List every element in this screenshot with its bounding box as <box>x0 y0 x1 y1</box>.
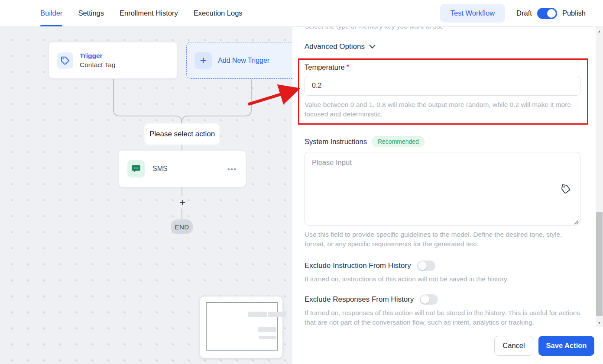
save-action-button[interactable]: Save Action <box>538 336 594 356</box>
exclude-responses-helper-text: If turned on, responses of this action w… <box>305 308 580 327</box>
publish-toggle[interactable] <box>537 8 557 19</box>
trigger-node-title: Trigger <box>80 52 115 60</box>
exclude-instruction-helper-text: If turned on, instructions of this actio… <box>305 274 580 284</box>
minimap-node <box>258 327 276 332</box>
test-workflow-button[interactable]: Test Workflow <box>440 4 505 23</box>
temperature-input[interactable] <box>305 76 580 96</box>
tab-enrollment-history[interactable]: Enrollment History <box>120 0 178 26</box>
trigger-node[interactable]: Trigger Contact Tag <box>49 42 178 79</box>
recommended-badge: Recommended <box>372 136 425 147</box>
panel-scroll-area[interactable]: Select the type of memory key you want t… <box>292 27 603 327</box>
clipped-help-text: Select the type of memory key you want t… <box>305 27 580 31</box>
exclude-responses-label: Exclude Responses From History <box>305 295 414 304</box>
toggle-knob <box>421 295 429 304</box>
add-new-trigger-label: Add New Trigger <box>218 57 269 64</box>
trigger-node-subtitle: Contact Tag <box>80 61 115 69</box>
temperature-helper-text: Value between 0 and 1, 0.8 will make the… <box>305 100 582 119</box>
select-action-label: Please select action <box>146 124 219 144</box>
add-new-trigger-button[interactable]: + Add New Trigger <box>186 42 292 79</box>
tab-builder[interactable]: Builder <box>40 0 62 26</box>
sms-node-label: SMS <box>152 165 168 173</box>
scrollbar-down-arrow[interactable]: ▼ <box>596 319 603 326</box>
annotation-highlight-box: Temperature* Value between 0 and 1, 0.8 … <box>298 58 588 125</box>
action-config-panel: Select the type of memory key you want t… <box>292 27 603 364</box>
toggle-knob <box>418 261 427 270</box>
system-instructions-textarea[interactable] <box>305 152 580 225</box>
tab-settings[interactable]: Settings <box>78 0 104 26</box>
insert-tag-icon[interactable] <box>561 184 571 196</box>
system-instructions-field <box>305 152 580 225</box>
system-instructions-label: System Instructions <box>305 138 367 146</box>
cancel-button[interactable]: Cancel <box>494 336 533 356</box>
canvas-minimap[interactable] <box>200 296 282 358</box>
scrollbar-thumb[interactable] <box>596 212 603 316</box>
publish-toggle-knob <box>547 9 556 18</box>
required-asterisk: * <box>347 64 349 71</box>
add-step-icon[interactable]: + <box>177 196 188 209</box>
minimap-node <box>259 336 276 339</box>
tag-icon <box>57 52 73 69</box>
system-instructions-helper-text: Use this field to provide specific guide… <box>305 230 580 249</box>
nav-tabs: Builder Settings Enrollment History Exec… <box>0 0 243 26</box>
exclude-responses-toggle[interactable] <box>420 294 438 305</box>
panel-footer: Cancel Save Action <box>292 327 603 364</box>
exclude-instruction-toggle[interactable] <box>417 261 435 271</box>
temperature-label: Temperature <box>305 63 345 71</box>
advanced-options-toggle[interactable]: Advanced Options <box>305 42 580 51</box>
draft-label: Draft <box>516 9 532 17</box>
chevron-down-icon <box>369 45 376 49</box>
advanced-options-label: Advanced Options <box>305 42 365 51</box>
sms-chat-icon <box>127 160 145 177</box>
plus-icon: + <box>195 52 212 69</box>
panel-scrollbar[interactable]: ▲ ▼ <box>596 27 603 327</box>
sms-node-menu-icon[interactable]: ••• <box>227 165 237 173</box>
scrollbar-up-arrow[interactable]: ▲ <box>596 28 603 35</box>
publish-label: Publish <box>562 9 586 17</box>
end-badge: END <box>171 219 193 234</box>
top-navigation-bar: Builder Settings Enrollment History Exec… <box>0 0 603 27</box>
minimap-node <box>248 312 267 317</box>
minimap-node <box>268 312 286 317</box>
workflow-canvas[interactable]: Trigger Contact Tag + Add New Trigger Pl… <box>0 27 292 364</box>
tab-execution-logs[interactable]: Execution Logs <box>194 0 243 26</box>
minimap-viewport[interactable] <box>206 302 278 351</box>
exclude-instruction-label: Exclude Instruction From History <box>305 261 411 270</box>
textarea-resize-handle[interactable] <box>574 219 579 224</box>
sms-action-node[interactable]: SMS ••• <box>118 150 246 187</box>
